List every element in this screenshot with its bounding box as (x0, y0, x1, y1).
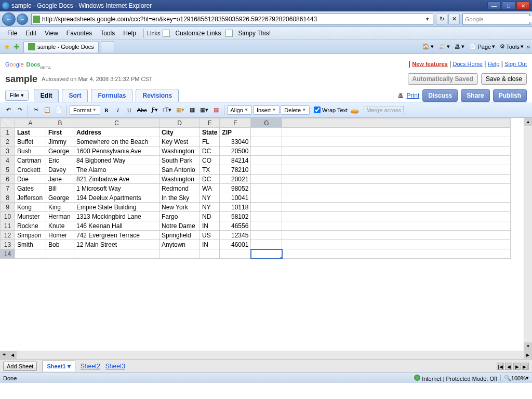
cell[interactable]: WA (200, 184, 220, 193)
underline-button[interactable]: U (124, 104, 135, 116)
new-features-link[interactable]: New features (412, 61, 447, 67)
cell[interactable]: 46556 (220, 221, 251, 231)
cell[interactable] (220, 249, 251, 259)
cell[interactable]: George (46, 147, 74, 156)
cut-button[interactable]: ✂ (31, 104, 41, 116)
back-button[interactable]: ← (2, 12, 16, 26)
cell[interactable]: King (46, 203, 74, 212)
browser-tab[interactable]: sample - Google Docs (23, 41, 99, 52)
row-header[interactable]: 10 (1, 212, 15, 221)
cell[interactable]: IN (200, 221, 220, 231)
cell[interactable]: Buffet (15, 137, 46, 147)
cell[interactable]: 20500 (220, 147, 251, 156)
sheet-nav-first-icon[interactable]: |◀ (497, 363, 504, 370)
help-link[interactable]: Help (488, 61, 500, 67)
column-header[interactable]: E (200, 118, 220, 128)
cell[interactable] (200, 249, 220, 259)
cell[interactable]: DC (200, 175, 220, 184)
cell[interactable] (46, 249, 74, 259)
cell[interactable]: Davey (46, 165, 74, 175)
refresh-button[interactable]: ↻ (436, 14, 447, 25)
cell[interactable]: George (46, 193, 74, 203)
cell[interactable]: Redmond (159, 184, 200, 193)
share-button[interactable]: Share (461, 89, 489, 102)
tab-sort[interactable]: Sort (62, 89, 88, 102)
cell[interactable]: Washington (159, 147, 200, 156)
cell[interactable]: South Park (159, 156, 200, 165)
redo-button[interactable]: ↷ (15, 104, 25, 116)
cell[interactable]: 46001 (220, 240, 251, 249)
cell[interactable]: IN (200, 240, 220, 249)
cell[interactable]: Munster (15, 212, 46, 221)
menu-edit[interactable]: Edit (21, 29, 41, 38)
fill-color-button[interactable]: ▦▾ (175, 104, 186, 116)
column-header[interactable]: G (251, 118, 282, 128)
cell[interactable]: DC (200, 147, 220, 156)
add-favorites-icon[interactable]: ✚ (14, 43, 20, 51)
cell[interactable]: Gates (15, 184, 46, 193)
cell[interactable]: NY (200, 203, 220, 212)
scroll-down-icon[interactable]: ▼ (524, 342, 532, 351)
row-header[interactable]: 9 (1, 203, 15, 212)
menu-help[interactable]: Help (119, 29, 140, 38)
delete-menu[interactable]: Delete▼ (281, 105, 310, 115)
column-header[interactable]: D (159, 118, 200, 128)
selected-cell[interactable] (251, 249, 282, 259)
wrap-text-checkbox[interactable]: Wrap Text (314, 107, 348, 113)
cell[interactable]: TX (200, 165, 220, 175)
url-dropdown-icon[interactable]: ▾ (423, 16, 432, 22)
strike-button[interactable]: Abc (136, 104, 149, 116)
cell[interactable]: Springfield (159, 231, 200, 240)
add-sheet-button[interactable]: Add Sheet (3, 362, 37, 371)
merge-across-button[interactable]: Merge across (364, 106, 404, 114)
cell[interactable]: Bush (15, 147, 46, 156)
column-header[interactable]: C (74, 118, 159, 128)
sheet-nav-next-icon[interactable]: ▶ (513, 363, 521, 370)
scroll-right-icon[interactable]: ▶ (524, 351, 532, 359)
cell[interactable]: Bob (46, 240, 74, 249)
menu-file[interactable]: File (3, 29, 21, 38)
cell[interactable]: NY (200, 193, 220, 203)
row-header[interactable]: 12 (1, 231, 15, 240)
cell[interactable]: Eric (46, 156, 74, 165)
horizontal-scrollbar[interactable]: + ◀ ▶ (0, 351, 532, 359)
cell[interactable] (159, 249, 200, 259)
cell[interactable]: Herman (46, 212, 74, 221)
autosaved-button[interactable]: Automatically Saved (408, 73, 478, 85)
copy-button[interactable]: 📋 (42, 104, 52, 116)
save-close-button[interactable]: Save & close (481, 73, 527, 85)
cell[interactable]: Jane (46, 175, 74, 184)
file-menu-button[interactable]: File ▾ (5, 90, 29, 101)
page-menu[interactable]: 📄Page▾ (468, 43, 497, 50)
row-header[interactable]: 2 (1, 137, 15, 147)
cell[interactable]: 10041 (220, 193, 251, 203)
cell[interactable]: 33040 (220, 137, 251, 147)
search-input[interactable] (465, 16, 532, 22)
cell[interactable]: Last (15, 128, 46, 137)
address-bar[interactable]: ▾ (31, 14, 433, 25)
cell[interactable]: Empire State Building (74, 203, 159, 212)
cell[interactable]: San Antonio (159, 165, 200, 175)
row-header[interactable]: 1 (1, 128, 15, 137)
cell[interactable]: FL (200, 137, 220, 147)
row-header[interactable]: 3 (1, 147, 15, 156)
simpy-this[interactable]: Simpy This! (234, 29, 275, 38)
cell[interactable]: Key West (159, 137, 200, 147)
tab-revisions[interactable]: Revisions (136, 89, 179, 102)
tab-edit[interactable]: Edit (34, 89, 59, 102)
cell[interactable]: 742 Evergreen Terrace (74, 231, 159, 240)
cell[interactable]: Crockett (15, 165, 46, 175)
vertical-scrollbar[interactable]: ▲ ▼ (524, 118, 532, 351)
cell[interactable]: 58102 (220, 212, 251, 221)
cell[interactable]: State (200, 128, 220, 137)
tools-menu[interactable]: ⚙Tools▾ (498, 43, 525, 50)
cell[interactable]: New York (159, 203, 200, 212)
cell[interactable]: 84214 (220, 156, 251, 165)
cell[interactable]: 821 Zimbabwe Ave (74, 175, 159, 184)
text-color-button[interactable]: Ƒ▾ (150, 104, 160, 116)
spreadsheet-grid[interactable]: ABCDEFG1LastFirstAddressCityStateZIP2Buf… (0, 118, 532, 351)
cell[interactable] (15, 249, 46, 259)
home-button[interactable]: 🏠▾ (421, 43, 435, 50)
row-header[interactable]: 14 (1, 249, 15, 259)
cell[interactable] (74, 249, 159, 259)
